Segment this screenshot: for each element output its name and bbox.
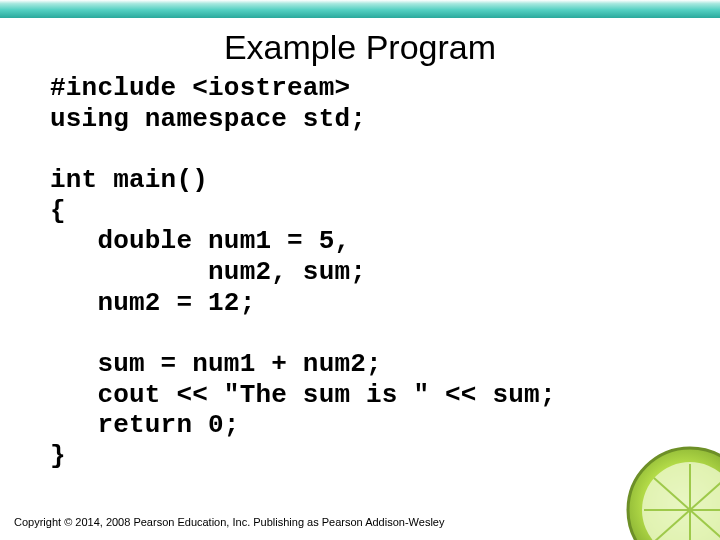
code-line: sum = num1 + num2; <box>50 349 382 379</box>
code-line: cout << "The sum is " << sum; <box>50 380 556 410</box>
code-line: { <box>50 196 66 226</box>
copyright-footer: Copyright © 2014, 2008 Pearson Education… <box>14 516 444 528</box>
code-line: num2, sum; <box>50 257 366 287</box>
code-line: double num1 = 5, <box>50 226 350 256</box>
code-line: #include <iostream> <box>50 73 350 103</box>
code-line: num2 = 12; <box>50 288 255 318</box>
code-line: int main() <box>50 165 208 195</box>
code-line: using namespace std; <box>50 104 366 134</box>
lime-decoration-icon <box>620 440 720 540</box>
code-line: return 0; <box>50 410 240 440</box>
decorative-top-gradient <box>0 0 720 18</box>
code-line: } <box>50 441 66 471</box>
slide-title: Example Program <box>0 28 720 67</box>
code-block: #include <iostream> using namespace std;… <box>50 73 720 472</box>
